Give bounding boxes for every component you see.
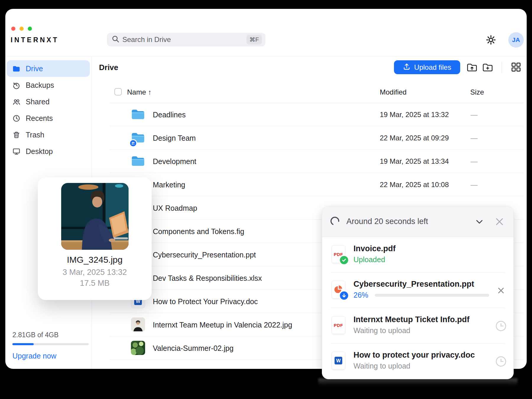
upload-files-button[interactable]: Upload files bbox=[394, 60, 460, 74]
sidebar-item-label: Desktop bbox=[26, 147, 53, 156]
upload-percent: 26% bbox=[353, 291, 368, 299]
waiting-clock-icon bbox=[495, 355, 507, 368]
upload-item-name: Cybersecurity_Presentation.ppt bbox=[353, 280, 474, 289]
file-name: Internxt Team Meetup in Valencia 2022.jp… bbox=[153, 321, 292, 329]
sidebar-item-drive[interactable]: Drive bbox=[7, 60, 90, 77]
storage-progress-track bbox=[12, 343, 89, 345]
file-name: Marketing bbox=[153, 181, 185, 189]
size-value: — bbox=[471, 111, 478, 119]
shared-icon bbox=[12, 98, 20, 106]
recents-icon bbox=[12, 114, 20, 122]
header-divider bbox=[5, 56, 527, 56]
upload-item-status: Uploaded bbox=[353, 255, 385, 264]
upload-panel-shadow bbox=[318, 378, 518, 391]
sidebar-item-trash[interactable]: Trash bbox=[7, 126, 90, 143]
new-folder-icon[interactable] bbox=[482, 61, 494, 73]
table-row[interactable]: Marketing22 Mar, 2025 at 10:08— bbox=[110, 173, 523, 196]
folder-icon bbox=[131, 131, 145, 146]
search-bar[interactable]: ⌘F bbox=[107, 33, 265, 46]
folder-icon bbox=[131, 107, 145, 123]
search-shortcut-badge: ⌘F bbox=[246, 35, 262, 44]
upload-folder-icon[interactable] bbox=[466, 61, 478, 73]
upload-panel-header: Around 20 seconds left bbox=[322, 206, 513, 237]
upgrade-now-link[interactable]: Upgrade now bbox=[12, 352, 56, 360]
column-header-size[interactable]: Size bbox=[470, 88, 484, 96]
screenshot-stage: INTERNXT ⌘F JA DriveBackupsSharedRecents… bbox=[0, 0, 532, 399]
select-all-checkbox[interactable] bbox=[114, 88, 122, 95]
close-panel-icon[interactable] bbox=[493, 215, 506, 228]
pdf-file-icon: PDF bbox=[332, 316, 345, 334]
svg-text:W: W bbox=[336, 358, 341, 363]
sidebar-item-shared[interactable]: Shared bbox=[7, 93, 90, 110]
sidebar-nav: DriveBackupsSharedRecentsTrashDesktop bbox=[7, 60, 90, 160]
zoom-window-button[interactable] bbox=[28, 27, 32, 31]
grid-view-icon[interactable] bbox=[510, 61, 522, 73]
folder-icon bbox=[12, 65, 20, 73]
table-row[interactable]: Design Team22 Mar, 2025 at 09:29— bbox=[110, 126, 523, 150]
search-icon bbox=[112, 35, 119, 44]
search-input[interactable] bbox=[122, 35, 246, 44]
upload-item: WHow to protect your privacy.docWaiting … bbox=[330, 343, 505, 379]
preview-size: 17.5 MB bbox=[38, 279, 152, 288]
chevron-down-icon[interactable] bbox=[473, 215, 486, 228]
backups-icon bbox=[12, 81, 20, 89]
sidebar-item-label: Recents bbox=[26, 114, 53, 123]
image-preview-card: IMG_3245.jpg 3 Mar, 2025 13:32 17.5 MB bbox=[38, 177, 152, 300]
sort-arrow-icon: ↑ bbox=[148, 88, 152, 96]
upload-item-name: How to protect your privacy.doc bbox=[353, 351, 475, 360]
sidebar-item-label: Shared bbox=[26, 98, 50, 106]
sidebar-item-desktop[interactable]: Desktop bbox=[7, 143, 90, 160]
word-file-icon: W bbox=[332, 352, 345, 369]
upload-item-name: Invoice.pdf bbox=[353, 244, 396, 253]
file-name: UX Roadmap bbox=[153, 204, 197, 213]
table-row[interactable]: Development19 Mar, 2025 at 13:34— bbox=[110, 150, 523, 173]
close-window-button[interactable] bbox=[11, 27, 15, 31]
preview-photo bbox=[61, 183, 129, 250]
upload-item-name: Internxt Meetup Ticket Info.pdf bbox=[353, 315, 470, 324]
preview-filename: IMG_3245.jpg bbox=[38, 255, 152, 265]
file-name: Design Team bbox=[153, 134, 196, 142]
shared-folder-badge bbox=[129, 139, 137, 147]
modified-date: 22 Mar, 2025 at 10:08 bbox=[380, 181, 449, 189]
uploaded-check-icon bbox=[339, 255, 349, 265]
waiting-clock-icon bbox=[495, 320, 507, 332]
toolbar-divider bbox=[502, 62, 502, 73]
size-value: — bbox=[471, 157, 478, 166]
upload-item: Cybersecurity_Presentation.ppt26% bbox=[330, 273, 505, 308]
storage-usage-label: 2.81GB of 4GB bbox=[12, 331, 89, 339]
upload-progress-panel: Around 20 seconds left PDFInvoice.pdfUpl… bbox=[322, 206, 514, 379]
upload-item-status: Waiting to upload bbox=[353, 326, 410, 335]
image-thumbnail bbox=[131, 341, 145, 355]
sidebar-item-backups[interactable]: Backups bbox=[7, 77, 90, 93]
upload-panel-title: Around 20 seconds left bbox=[346, 217, 473, 226]
file-name: Development bbox=[153, 157, 196, 166]
storage-progress-fill bbox=[12, 343, 34, 345]
upload-item: PDFInternxt Meetup Ticket Info.pdfWaitin… bbox=[330, 308, 505, 343]
minimize-window-button[interactable] bbox=[20, 27, 24, 31]
upload-files-label: Upload files bbox=[414, 63, 451, 72]
image-thumbnail bbox=[131, 317, 145, 332]
modified-date: 19 Mar, 2025 at 13:34 bbox=[380, 157, 449, 166]
downloading-arrow-icon bbox=[339, 290, 349, 301]
trash-icon bbox=[12, 131, 20, 139]
gear-icon[interactable] bbox=[486, 35, 496, 45]
sidebar-item-label: Drive bbox=[26, 64, 43, 73]
upload-progress-track bbox=[375, 294, 489, 297]
file-name: Dev Tasks & Responsibilities.xlsx bbox=[153, 274, 262, 283]
table-row[interactable]: Deadlines19 Mar, 2025 at 13:32— bbox=[110, 103, 523, 126]
upload-items-list: PDFInvoice.pdfUploadedCybersecurity_Pres… bbox=[322, 237, 513, 379]
sidebar-item-recents[interactable]: Recents bbox=[7, 110, 90, 126]
upload-item: PDFInvoice.pdfUploaded bbox=[330, 237, 505, 273]
modified-date: 19 Mar, 2025 at 13:32 bbox=[380, 111, 449, 119]
file-name: Components and Tokens.fig bbox=[153, 227, 244, 236]
avatar[interactable]: JA bbox=[508, 32, 524, 48]
cancel-upload-icon[interactable] bbox=[495, 284, 507, 297]
folder-icon bbox=[131, 154, 145, 169]
sidebar-item-label: Backups bbox=[26, 81, 54, 90]
desktop-icon bbox=[12, 147, 20, 155]
size-value: — bbox=[471, 181, 478, 189]
column-header-modified[interactable]: Modified bbox=[380, 88, 407, 96]
size-value: — bbox=[471, 134, 478, 142]
column-header-name[interactable]: Name ↑ bbox=[127, 88, 152, 96]
spinner-icon bbox=[330, 216, 340, 227]
